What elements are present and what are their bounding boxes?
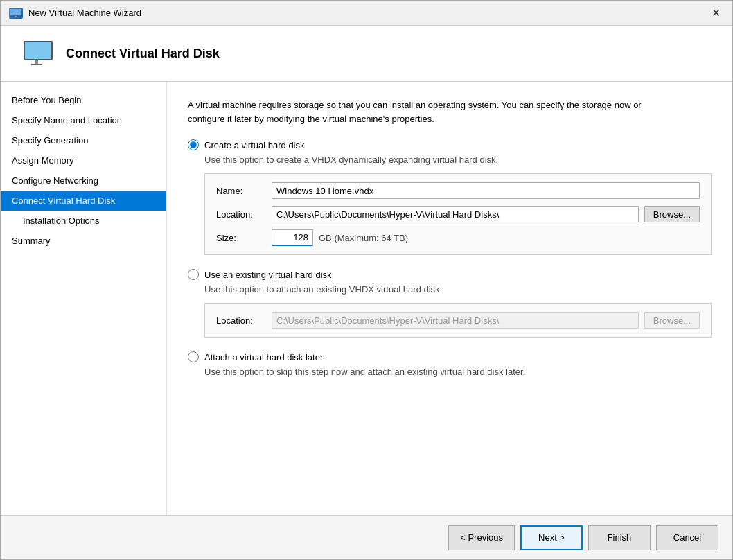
location-browse-button[interactable]: Browse...: [644, 206, 700, 222]
option3-label[interactable]: Attach a virtual hard disk later: [204, 352, 323, 362]
close-button[interactable]: ✕: [707, 5, 724, 21]
title-bar-title: New Virtual Machine Wizard: [28, 8, 141, 18]
option3-radio[interactable]: [188, 351, 199, 362]
sidebar-item-summary[interactable]: Summary: [1, 231, 166, 251]
size-unit: GB (Maximum: 64 TB): [319, 233, 408, 243]
header-section: Connect Virtual Hard Disk: [1, 26, 732, 82]
sidebar-item-specify-generation[interactable]: Specify Generation: [1, 130, 166, 150]
dialog-window: New Virtual Machine Wizard ✕ Connect Vir…: [0, 0, 733, 560]
option2-section: Use an existing virtual hard disk Use th…: [188, 269, 712, 338]
location-label: Location:: [216, 209, 272, 220]
option2-location-input: [272, 312, 639, 329]
next-button[interactable]: Next >: [520, 525, 583, 550]
monitor-icon: [23, 41, 53, 66]
svg-rect-2: [12, 17, 19, 18]
sidebar: Before You Begin Specify Name and Locati…: [1, 82, 167, 515]
title-bar: New Virtual Machine Wizard ✕: [1, 1, 732, 26]
option1-section: Create a virtual hard disk Use this opti…: [188, 139, 712, 255]
name-field-row: Name:: [216, 182, 700, 199]
title-bar-left: New Virtual Machine Wizard: [9, 8, 141, 19]
option2-location-label: Location:: [216, 315, 272, 326]
finish-button[interactable]: Finish: [588, 525, 651, 550]
vm-icon: [9, 8, 23, 19]
option1-label[interactable]: Create a virtual hard disk: [204, 140, 305, 150]
option1-fields: Name: Location: Browse... Size:: [204, 173, 712, 255]
option3-section: Attach a virtual hard disk later Use thi…: [188, 351, 712, 377]
sidebar-item-installation-options[interactable]: Installation Options: [1, 211, 166, 231]
size-field-row: Size: GB (Maximum: 64 TB): [216, 229, 700, 246]
option2-row: Use an existing virtual hard disk: [188, 269, 712, 280]
sidebar-item-configure-networking[interactable]: Configure Networking: [1, 170, 166, 191]
location-field-with-btn: Browse...: [272, 206, 700, 222]
option1-description: Use this option to create a VHDX dynamic…: [204, 155, 712, 165]
sidebar-item-before-you-begin[interactable]: Before You Begin: [1, 90, 166, 110]
location-field-row: Location: Browse...: [216, 206, 700, 222]
option2-fields: Location: Browse...: [204, 303, 712, 338]
page-title: Connect Virtual Hard Disk: [66, 46, 220, 61]
option2-radio[interactable]: [188, 269, 199, 280]
option2-location-field-with-btn: Browse...: [272, 312, 700, 329]
name-label: Name:: [216, 186, 272, 196]
svg-rect-0: [10, 8, 22, 16]
sidebar-item-assign-memory[interactable]: Assign Memory: [1, 150, 166, 170]
description-text: A virtual machine requires storage so th…: [188, 98, 673, 125]
name-input[interactable]: [272, 182, 700, 199]
option3-description: Use this option to skip this step now an…: [204, 367, 712, 377]
size-label: Size:: [216, 233, 272, 243]
option3-row: Attach a virtual hard disk later: [188, 351, 712, 362]
option2-description: Use this option to attach an existing VH…: [204, 284, 712, 295]
header-icon-container: [21, 40, 55, 67]
content-area: Before You Begin Specify Name and Locati…: [1, 82, 732, 515]
previous-button[interactable]: < Previous: [448, 525, 515, 550]
option1-radio[interactable]: [188, 139, 199, 150]
sidebar-item-connect-vhd[interactable]: Connect Virtual Hard Disk: [1, 191, 166, 211]
cancel-button[interactable]: Cancel: [656, 525, 718, 550]
svg-rect-4: [35, 60, 38, 64]
svg-rect-3: [24, 41, 52, 60]
svg-rect-5: [31, 64, 42, 65]
option1-row: Create a virtual hard disk: [188, 139, 712, 150]
location-input[interactable]: [272, 206, 639, 222]
option2-browse-button: Browse...: [644, 312, 700, 329]
option2-label[interactable]: Use an existing virtual hard disk: [204, 270, 332, 280]
main-content: A virtual machine requires storage so th…: [167, 82, 732, 515]
sidebar-item-specify-name[interactable]: Specify Name and Location: [1, 110, 166, 130]
size-row: GB (Maximum: 64 TB): [272, 229, 700, 246]
size-input[interactable]: [272, 229, 313, 246]
option2-location-row: Location: Browse...: [216, 312, 700, 329]
footer: < Previous Next > Finish Cancel: [1, 515, 732, 559]
